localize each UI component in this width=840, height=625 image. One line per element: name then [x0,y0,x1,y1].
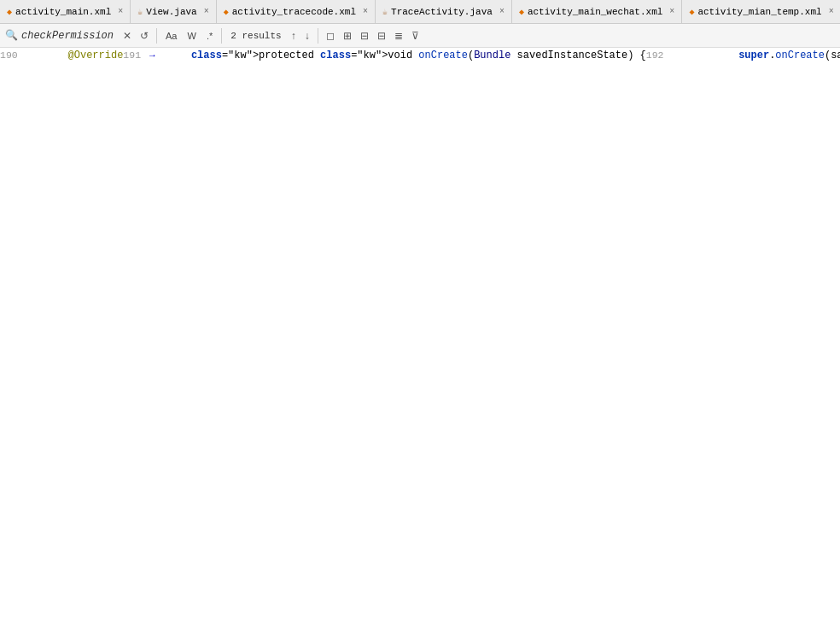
code-area: 190 @Override191→ class="kw">protected c… [0,48,840,625]
line-code: super.onCreate(savedInstanceState); [690,48,840,63]
line-code: @Override [44,48,124,63]
search-term-label: checkPermission [21,30,114,42]
line-number: 191 [123,48,149,63]
case-sensitive-button[interactable]: Aa [162,29,180,43]
table-row: 192 super.onCreate(savedInstanceState); [646,48,840,625]
regex-button[interactable]: .* [203,29,216,43]
line-number: 190 [0,48,26,63]
search-back-button[interactable]: ↺ [137,28,151,44]
tab-bar: ◆activity_main.xml×☕View.java×◆activity_… [0,0,840,24]
view-single-button[interactable]: ◻ [324,28,337,44]
view-minus-button[interactable]: ⊟ [358,28,371,44]
tab-tab1[interactable]: ◆activity_main.xml× [0,0,131,24]
tab-tab4[interactable]: ☕TraceActivity.java× [376,0,512,24]
tab-tab2[interactable]: ☕View.java× [131,0,216,24]
tab-tab5[interactable]: ◆activity_main_wechat.xml× [512,0,682,24]
table-row: 190 @Override [0,48,123,625]
view-plus-button[interactable]: ⊞ [341,28,354,44]
prev-result-button[interactable]: ↑ [289,28,299,44]
table-row: 191→ class="kw">protected class="kw">voi… [123,48,645,625]
search-icon: 🔍 [5,29,18,42]
debug-arrow-icon: → [149,50,155,61]
whole-word-button[interactable]: W [184,29,200,43]
tab-tab6[interactable]: ◆activity_mian_temp.xml× [682,0,840,24]
toolbar: 🔍 checkPermission ✕ ↺ Aa W .* 2 results … [0,24,840,48]
search-close-button[interactable]: ✕ [120,28,134,44]
tab-tab3[interactable]: ◆activity_tracecode.xml× [217,0,376,24]
view-table1-button[interactable]: ⊟ [375,28,388,44]
line-number: 192 [646,48,673,63]
next-result-button[interactable]: ↓ [302,28,312,44]
filter-button[interactable]: ⊽ [409,28,422,44]
line-code: class="kw">protected class="kw">void onC… [166,48,646,63]
line-gutter: → [149,48,166,63]
results-count: 2 results [230,31,281,41]
view-table2-button[interactable]: ≣ [392,28,405,44]
